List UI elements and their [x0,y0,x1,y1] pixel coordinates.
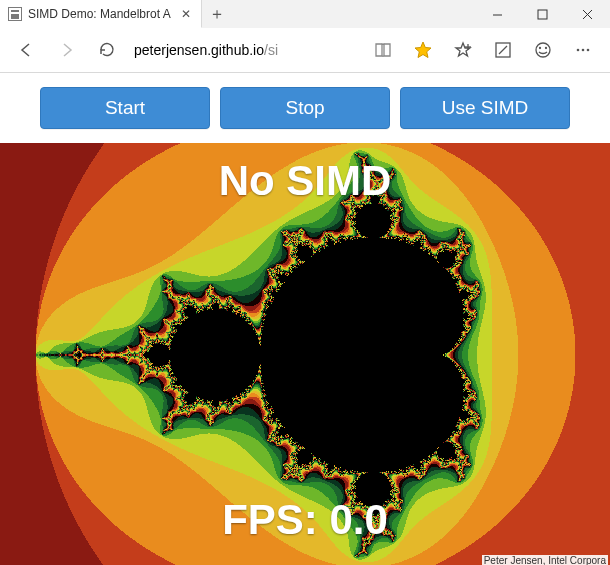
browser-chrome: SIMD Demo: Mandelbrot A ✕ ＋ peterjensen.… [0,0,610,73]
active-tab[interactable]: SIMD Demo: Mandelbrot A ✕ [0,0,202,28]
url-host: peterjensen.github.io [134,42,264,58]
svg-point-13 [582,49,585,52]
page-content: Start Stop Use SIMD No SIMD FPS: 0.0 Pet… [0,73,610,565]
refresh-button[interactable] [88,31,126,69]
add-favorite-icon[interactable] [444,31,482,69]
stop-button[interactable]: Stop [220,87,390,129]
mode-label: No SIMD [0,157,610,205]
svg-rect-1 [538,10,547,19]
tab-title: SIMD Demo: Mandelbrot A [28,7,171,21]
simd-button[interactable]: Use SIMD [400,87,570,129]
tab-strip: SIMD Demo: Mandelbrot A ✕ ＋ [0,0,610,28]
reading-view-icon[interactable] [364,31,402,69]
maximize-button[interactable] [520,0,565,28]
minimize-button[interactable] [475,0,520,28]
forward-button[interactable] [48,31,86,69]
close-tab-icon[interactable]: ✕ [181,8,191,20]
svg-point-12 [577,49,580,52]
page-favicon [8,7,22,21]
render-stage: No SIMD FPS: 0.0 Peter Jensen, Intel Cor… [0,143,610,565]
svg-point-9 [536,43,550,57]
back-button[interactable] [8,31,46,69]
new-tab-button[interactable]: ＋ [202,0,232,28]
control-bar: Start Stop Use SIMD [0,73,610,145]
svg-point-14 [587,49,590,52]
fps-label: FPS: 0.0 [0,496,610,544]
toolbar: peterjensen.github.io/si [0,28,610,72]
notes-icon[interactable] [484,31,522,69]
start-button[interactable]: Start [40,87,210,129]
svg-point-11 [546,48,547,49]
more-icon[interactable] [564,31,602,69]
close-window-button[interactable] [565,0,610,28]
url-path: /si [264,42,278,58]
favorite-star-icon[interactable] [404,31,442,69]
feedback-icon[interactable] [524,31,562,69]
svg-marker-4 [415,42,431,58]
svg-point-10 [540,48,541,49]
address-bar[interactable]: peterjensen.github.io/si [128,36,324,64]
credit-label: Peter Jensen, Intel Corpora [482,555,608,565]
